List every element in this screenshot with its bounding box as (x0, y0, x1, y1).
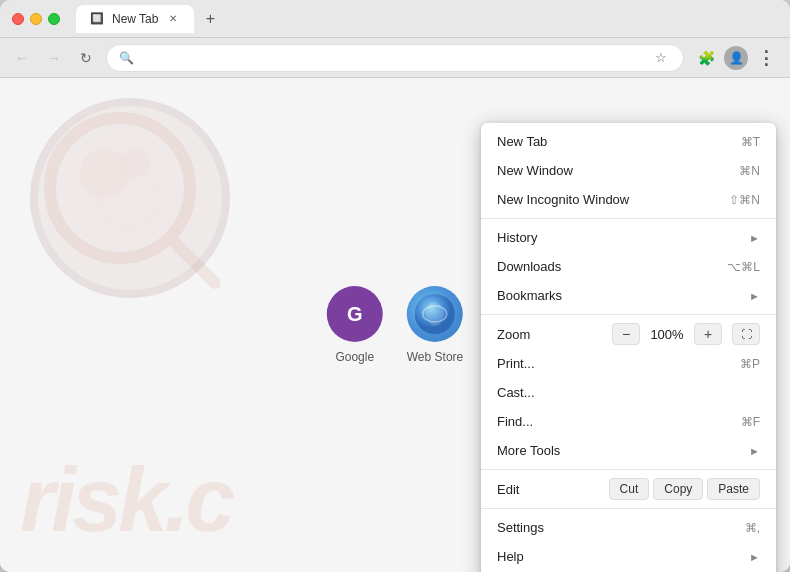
browser-window: 🔲 New Tab ✕ + ← → ↻ 🔍 ☆ 🧩 👤 ⋮ (0, 0, 790, 572)
menu-label-print: Print... (497, 356, 740, 371)
new-tab-button[interactable]: + (198, 7, 222, 31)
menu-label-settings: Settings (497, 520, 745, 535)
menu-shortcut-new-incognito: ⇧⌘N (729, 193, 760, 207)
cut-button[interactable]: Cut (609, 478, 650, 500)
address-icons: ☆ (651, 48, 671, 68)
menu-item-more-tools[interactable]: More Tools ► (481, 436, 776, 465)
zoom-expand-button[interactable]: ⛶ (732, 323, 760, 345)
menu-item-help[interactable]: Help ► (481, 542, 776, 571)
menu-label-bookmarks: Bookmarks (497, 288, 741, 303)
webstore-icon (407, 286, 463, 342)
menu-label-downloads: Downloads (497, 259, 727, 274)
menu-label-new-incognito: New Incognito Window (497, 192, 729, 207)
menu-shortcut-downloads: ⌥⌘L (727, 260, 760, 274)
menu-label-new-window: New Window (497, 163, 739, 178)
menu-item-find[interactable]: Find... ⌘F (481, 407, 776, 436)
menu-item-new-incognito[interactable]: New Incognito Window ⇧⌘N (481, 185, 776, 214)
context-menu: New Tab ⌘T New Window ⌘N New Incognito W… (481, 123, 776, 572)
traffic-lights (12, 13, 60, 25)
menu-item-new-tab[interactable]: New Tab ⌘T (481, 127, 776, 156)
zoom-in-button[interactable]: + (694, 323, 722, 345)
paste-button[interactable]: Paste (707, 478, 760, 500)
menu-shortcut-find: ⌘F (741, 415, 760, 429)
menu-item-cast[interactable]: Cast... (481, 378, 776, 407)
menu-label-cast: Cast... (497, 385, 760, 400)
menu-item-history[interactable]: History ► (481, 223, 776, 252)
zoom-out-button[interactable]: − (612, 323, 640, 345)
page-content: risk.c R G Google (0, 78, 790, 572)
magnifier-bg (30, 98, 230, 298)
menu-shortcut-new-window: ⌘N (739, 164, 760, 178)
address-bar[interactable]: 🔍 ☆ (106, 44, 684, 72)
menu-item-bookmarks[interactable]: Bookmarks ► (481, 281, 776, 310)
separator-1 (481, 218, 776, 219)
bookmarks-arrow-icon: ► (749, 290, 760, 302)
separator-2 (481, 314, 776, 315)
search-icon: 🔍 (119, 51, 134, 65)
menu-shortcut-print: ⌘P (740, 357, 760, 371)
menu-item-downloads[interactable]: Downloads ⌥⌘L (481, 252, 776, 281)
shortcut-webstore[interactable]: Web Store (407, 286, 463, 364)
minimize-button[interactable] (30, 13, 42, 25)
menu-label-edit: Edit (497, 482, 609, 497)
tab-favicon: 🔲 (90, 12, 104, 25)
separator-4 (481, 508, 776, 509)
menu-item-new-window[interactable]: New Window ⌘N (481, 156, 776, 185)
shortcuts-area: G Google (327, 286, 463, 364)
profile-button[interactable]: 👤 (724, 46, 748, 70)
toolbar-right: 🧩 👤 ⋮ (692, 44, 780, 72)
watermark-text: risk.c (20, 449, 231, 552)
menu-label-help: Help (497, 549, 741, 564)
edit-buttons: Cut Copy Paste (609, 478, 760, 500)
tab-close-button[interactable]: ✕ (166, 12, 180, 26)
menu-item-edit: Edit Cut Copy Paste (481, 474, 776, 504)
help-arrow-icon: ► (749, 551, 760, 563)
menu-item-zoom: Zoom − 100% + ⛶ (481, 319, 776, 349)
menu-label-find: Find... (497, 414, 741, 429)
google-label: Google (335, 350, 374, 364)
forward-button[interactable]: → (42, 46, 66, 70)
google-icon: G (327, 286, 383, 342)
menu-label-history: History (497, 230, 741, 245)
menu-label-new-tab: New Tab (497, 134, 741, 149)
back-button[interactable]: ← (10, 46, 34, 70)
webstore-label: Web Store (407, 350, 463, 364)
separator-3 (481, 469, 776, 470)
zoom-value: 100% (646, 327, 688, 342)
history-arrow-icon: ► (749, 232, 760, 244)
tab-title: New Tab (112, 12, 158, 26)
active-tab[interactable]: 🔲 New Tab ✕ (76, 5, 194, 33)
tab-bar: 🔲 New Tab ✕ + (76, 5, 770, 33)
menu-button[interactable]: ⋮ (752, 44, 780, 72)
menu-shortcut-settings: ⌘, (745, 521, 760, 535)
menu-label-more-tools: More Tools (497, 443, 741, 458)
reload-button[interactable]: ↻ (74, 46, 98, 70)
maximize-button[interactable] (48, 13, 60, 25)
zoom-controls: − 100% + ⛶ (612, 323, 760, 345)
menu-label-zoom: Zoom (497, 327, 612, 342)
title-bar: 🔲 New Tab ✕ + (0, 0, 790, 38)
menu-shortcut-new-tab: ⌘T (741, 135, 760, 149)
address-bar-row: ← → ↻ 🔍 ☆ 🧩 👤 ⋮ (0, 38, 790, 78)
extensions-button[interactable]: 🧩 (692, 44, 720, 72)
close-button[interactable] (12, 13, 24, 25)
star-icon[interactable]: ☆ (651, 48, 671, 68)
copy-button[interactable]: Copy (653, 478, 703, 500)
more-tools-arrow-icon: ► (749, 445, 760, 457)
menu-item-settings[interactable]: Settings ⌘, (481, 513, 776, 542)
shortcut-google[interactable]: G Google (327, 286, 383, 364)
menu-item-print[interactable]: Print... ⌘P (481, 349, 776, 378)
